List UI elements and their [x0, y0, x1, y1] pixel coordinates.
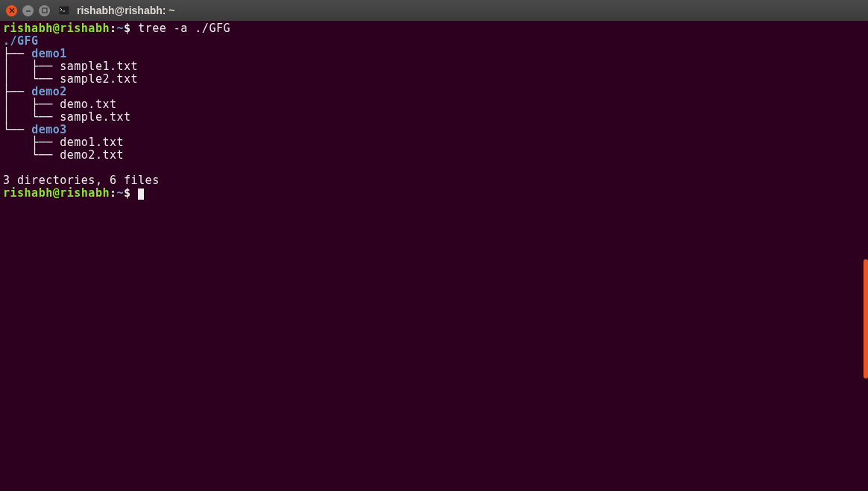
prompt-colon: :: [110, 186, 117, 200]
terminal-output[interactable]: rishabh@rishabh:~$ tree -a ./GFG ./GFG ├…: [0, 21, 868, 201]
prompt-dollar: $: [124, 186, 138, 200]
command-text: tree -a ./GFG: [138, 22, 230, 35]
prompt-path: ~: [117, 22, 125, 35]
tree-listing: ├── demo1 │ ├── sample1.txt │ └── sample…: [3, 48, 865, 162]
tree-root: ./GFG: [3, 34, 39, 48]
prompt-user: rishabh@rishabh: [3, 22, 110, 35]
close-icon[interactable]: [6, 5, 17, 16]
prompt-dollar: $: [124, 22, 138, 35]
svg-rect-1: [59, 6, 69, 15]
scrollbar-track[interactable]: [859, 21, 868, 491]
cursor-icon: [138, 189, 144, 200]
maximize-icon[interactable]: [39, 5, 50, 16]
prompt-path: ~: [117, 186, 125, 200]
prompt-user: rishabh@rishabh: [3, 186, 110, 200]
scrollbar-thumb[interactable]: [864, 259, 868, 378]
svg-rect-0: [43, 8, 47, 13]
window-controls: [6, 5, 50, 16]
window-titlebar: rishabh@rishabh: ~: [0, 0, 868, 21]
minimize-icon[interactable]: [22, 5, 34, 16]
window-title: rishabh@rishabh: ~: [77, 4, 175, 16]
terminal-icon: [58, 4, 70, 16]
prompt-colon: :: [110, 22, 117, 35]
tree-summary: 3 directories, 6 files: [3, 174, 160, 187]
